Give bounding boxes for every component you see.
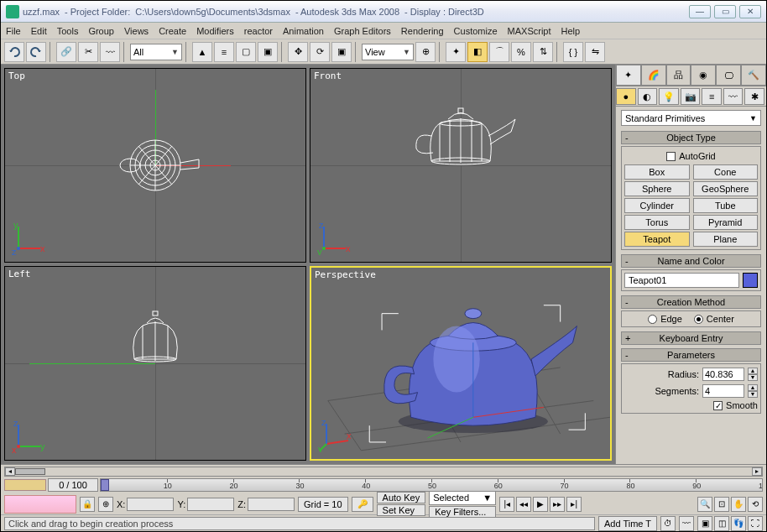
track-bar-scroll[interactable]: ◂ ▸ <box>4 467 763 477</box>
select-button[interactable]: ▲ <box>192 42 212 62</box>
keymode-dropdown[interactable]: Selected▼ <box>429 490 496 505</box>
cameras-icon[interactable]: 📷 <box>681 88 701 105</box>
selection-filter-dropdown[interactable]: All▼ <box>130 44 182 60</box>
abs-rel-button[interactable]: ⊕ <box>98 497 113 512</box>
radius-up[interactable]: ▲ <box>748 368 758 374</box>
field-of-view-button[interactable]: ◫ <box>714 516 729 531</box>
radius-down[interactable]: ▼ <box>748 374 758 381</box>
prim-cone[interactable]: Cone <box>693 164 759 180</box>
tab-motion[interactable]: ◉ <box>691 65 716 86</box>
rollout-name-color[interactable]: -Name and Color <box>621 254 761 268</box>
tab-modify[interactable]: 🌈 <box>641 65 666 86</box>
redo-button[interactable] <box>26 42 46 62</box>
menu-file[interactable]: File <box>6 26 21 36</box>
goto-start-button[interactable]: |◂ <box>499 497 514 512</box>
goto-end-button[interactable]: ▸| <box>566 497 582 512</box>
maximize-button[interactable]: ▭ <box>714 5 736 18</box>
move-button[interactable]: ✥ <box>288 42 308 62</box>
radius-spinner[interactable]: 40.836 <box>702 368 744 381</box>
arc-rotate-button[interactable]: ⟲ <box>748 497 763 512</box>
pivot-button[interactable]: ⊕ <box>415 42 436 62</box>
prev-frame-button[interactable]: ◂◂ <box>516 497 531 512</box>
spacewarps-icon[interactable]: 〰 <box>723 88 744 105</box>
undo-button[interactable] <box>4 42 24 62</box>
viewport-front[interactable]: Front x z y <box>310 68 612 263</box>
tab-hierarchy[interactable]: 品 <box>666 65 691 86</box>
percent-snap-button[interactable]: % <box>511 42 531 62</box>
prim-teapot[interactable]: Teapot <box>624 232 690 247</box>
menu-tools[interactable]: Tools <box>57 26 79 36</box>
prim-geosphere[interactable]: GeoSphere <box>693 181 759 196</box>
rotate-button[interactable]: ⟳ <box>310 42 330 62</box>
center-radio[interactable] <box>694 315 703 324</box>
prim-sphere[interactable]: Sphere <box>624 181 690 196</box>
viewport-left[interactable]: Left y z x <box>4 266 306 461</box>
viewport-perspective[interactable]: Perspective <box>310 266 612 461</box>
lights-icon[interactable]: 💡 <box>659 88 679 105</box>
object-color-swatch[interactable] <box>743 273 758 288</box>
menu-group[interactable]: Group <box>88 26 114 36</box>
prim-pyramid[interactable]: Pyramid <box>693 215 759 230</box>
edge-radio[interactable] <box>648 315 657 324</box>
walk-button[interactable]: 👣 <box>731 516 746 531</box>
menu-help[interactable]: Help <box>561 26 581 36</box>
scroll-left[interactable]: ◂ <box>5 467 15 476</box>
time-slider[interactable] <box>4 479 46 491</box>
viewport-top[interactable]: Top x y z <box>4 68 306 263</box>
key-icon[interactable]: 🔑 <box>352 497 373 512</box>
rollout-parameters[interactable]: -Parameters <box>621 348 761 362</box>
script-listener[interactable] <box>4 495 76 514</box>
prim-box[interactable]: Box <box>624 164 690 180</box>
select-region-button[interactable]: ▢ <box>236 42 256 62</box>
menu-create[interactable]: Create <box>159 26 186 36</box>
prim-plane[interactable]: Plane <box>693 232 759 247</box>
menu-views[interactable]: Views <box>124 26 149 36</box>
zoom-all-button[interactable]: ⊡ <box>714 497 729 512</box>
next-frame-button[interactable]: ▸▸ <box>550 497 565 512</box>
segments-spinner[interactable]: 4 <box>702 384 744 398</box>
systems-icon[interactable]: ✱ <box>744 88 764 105</box>
mirror-button[interactable]: ⇋ <box>585 42 605 62</box>
prim-cylinder[interactable]: Cylinder <box>624 198 690 213</box>
menu-rendering[interactable]: Rendering <box>401 26 444 36</box>
pan-button[interactable]: ✋ <box>731 497 746 512</box>
segments-up[interactable]: ▲ <box>748 384 758 391</box>
rollout-keyboard-entry[interactable]: +Keyboard Entry <box>621 331 761 345</box>
ref-coord-dropdown[interactable]: View▼ <box>362 44 414 60</box>
rollout-creation-method[interactable]: -Creation Method <box>621 295 761 309</box>
menu-edit[interactable]: Edit <box>31 26 47 36</box>
addtime-button[interactable]: Add Time T <box>598 516 657 531</box>
shapes-icon[interactable]: ◐ <box>638 88 658 105</box>
angle-snap-button[interactable]: ⌒ <box>489 42 509 62</box>
menu-modifiers[interactable]: Modifiers <box>196 26 234 36</box>
menu-customize[interactable]: Customize <box>454 26 498 36</box>
minimize-button[interactable]: — <box>689 5 711 18</box>
object-name-input[interactable]: Teapot01 <box>624 273 739 288</box>
curve-editor-button[interactable]: 〰 <box>679 516 694 531</box>
autokey-button[interactable]: Auto Key <box>377 492 426 503</box>
time-ruler[interactable]: 0102030405060708090100 <box>100 478 763 492</box>
tab-create[interactable]: ✦ <box>616 65 641 86</box>
helpers-icon[interactable]: ≡ <box>702 88 722 105</box>
play-button[interactable]: ▶ <box>533 497 548 512</box>
category-dropdown[interactable]: Standard Primitives▼ <box>621 110 761 126</box>
snap-toggle-button[interactable]: ◧ <box>467 42 488 62</box>
select-by-name-button[interactable]: ≡ <box>214 42 234 62</box>
rollout-object-type[interactable]: -Object Type <box>621 131 761 144</box>
segments-down[interactable]: ▼ <box>748 391 758 398</box>
menu-grapheditors[interactable]: Graph Editors <box>334 26 391 36</box>
autogrid-checkbox[interactable] <box>666 152 676 161</box>
scroll-thumb[interactable] <box>15 468 45 475</box>
tab-utilities[interactable]: 🔨 <box>741 65 766 86</box>
lock-button[interactable]: 🔒 <box>80 497 95 512</box>
spinner-snap-button[interactable]: ⇅ <box>533 42 553 62</box>
window-crossing-button[interactable]: ▣ <box>258 42 278 62</box>
coord-x-input[interactable] <box>127 498 174 511</box>
unlink-button[interactable]: ✂ <box>78 42 98 62</box>
link-button[interactable]: 🔗 <box>56 42 76 62</box>
menu-reactor[interactable]: reactor <box>244 26 273 36</box>
coord-z-input[interactable] <box>248 498 295 511</box>
scroll-right[interactable]: ▸ <box>752 467 762 476</box>
scale-button[interactable]: ▣ <box>331 42 352 62</box>
named-selection-button[interactable]: { } <box>563 42 583 62</box>
